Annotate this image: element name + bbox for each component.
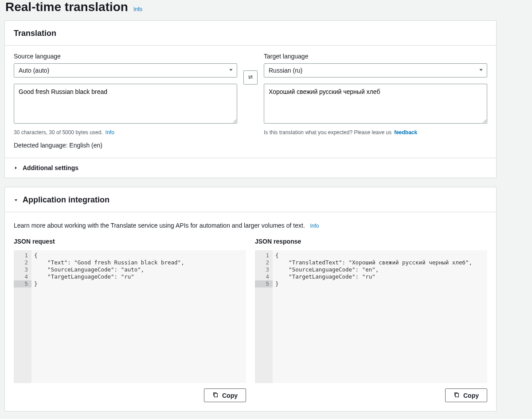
app-int-desc-text: Learn more about working with the Transl… [14,222,305,229]
copy-request-button[interactable]: Copy [204,388,246,402]
svg-rect-0 [214,393,217,397]
json-response-gutter: 12345 [255,250,273,383]
detected-language-text: Detected language: English (en) [14,142,237,149]
copy-response-button[interactable]: Copy [445,388,487,402]
caret-down-icon [14,195,18,205]
target-language-value: Russian (ru) [269,67,302,74]
page-title-text: Real-time translation [5,0,128,14]
source-language-select[interactable]: Auto (auto) [14,63,237,78]
json-request-label: JSON request [14,238,246,245]
swap-languages-button[interactable] [243,70,258,85]
copy-request-label: Copy [222,392,238,399]
translation-panel: Translation Source language Auto (auto) [4,20,497,178]
feedback-question-text: Is this translation what you expected? P… [264,129,391,136]
additional-settings-toggle[interactable]: Additional settings [5,158,496,178]
json-request-editor[interactable]: 12345 { "Text": "Good fresh Russian blac… [14,250,246,383]
json-response-lines: { "TranslatedText": "Хороший свежий русс… [273,250,487,383]
application-integration-info-link[interactable]: Info [310,223,319,229]
target-text-output[interactable] [264,84,487,124]
caret-right-icon [14,164,18,171]
json-response-editor[interactable]: 12345 { "TranslatedText": "Хороший свежи… [255,250,487,383]
json-response-label: JSON response [255,238,487,245]
page-title-info-link[interactable]: Info [133,6,142,12]
json-request-lines: { "Text": "Good fresh Russian black brea… [31,250,246,383]
char-count-info-link[interactable]: Info [106,129,114,136]
target-language-select[interactable]: Russian (ru) [264,63,487,78]
application-integration-description: Learn more about working with the Transl… [14,222,487,229]
translation-panel-title: Translation [5,21,496,46]
feedback-link[interactable]: feedback [394,129,417,136]
application-integration-title: Application integration [23,195,110,205]
application-integration-toggle[interactable]: Application integration [5,187,496,212]
copy-response-label: Copy [463,392,479,399]
source-language-label: Source language [14,53,237,60]
json-request-gutter: 12345 [14,250,31,383]
swap-icon [247,74,254,82]
application-integration-panel: Application integration Learn more about… [4,187,497,411]
char-count-text: 30 characters, 30 of 5000 bytes used. [14,129,103,136]
additional-settings-label: Additional settings [23,164,78,171]
copy-icon [454,392,460,399]
svg-rect-1 [455,393,458,397]
copy-icon [212,392,219,399]
page-title: Real-time translation Info [5,0,497,14]
target-language-label: Target language [264,53,487,60]
source-language-value: Auto (auto) [19,67,49,74]
source-text-input[interactable] [14,84,237,124]
